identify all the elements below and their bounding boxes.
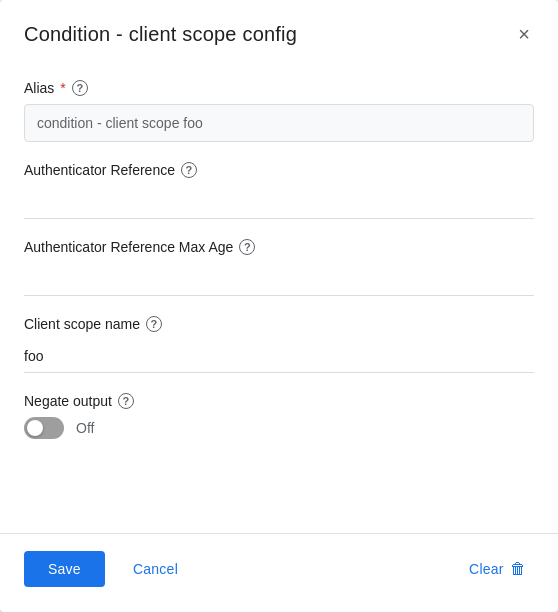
- client-scope-name-help-icon[interactable]: ?: [146, 316, 162, 332]
- modal-header: Condition - client scope config ×: [0, 0, 558, 64]
- modal-title: Condition - client scope config: [24, 23, 297, 46]
- authenticator-reference-max-age-label: Authenticator Reference Max Age ?: [24, 239, 534, 255]
- authenticator-reference-help-icon[interactable]: ?: [181, 162, 197, 178]
- modal-footer: Save Cancel Clear 🗑: [0, 533, 558, 612]
- toggle-slider: [24, 417, 64, 439]
- modal-body: Alias * ? condition - client scope foo A…: [0, 64, 558, 525]
- negate-output-toggle-group: Off: [24, 417, 534, 439]
- alias-group: Alias * ? condition - client scope foo: [24, 80, 534, 142]
- clear-button[interactable]: Clear 🗑: [461, 550, 534, 588]
- close-button[interactable]: ×: [514, 20, 534, 48]
- authenticator-reference-input[interactable]: [24, 186, 534, 219]
- client-scope-name-input[interactable]: [24, 340, 534, 373]
- authenticator-reference-label: Authenticator Reference ?: [24, 162, 534, 178]
- negate-output-help-icon[interactable]: ?: [118, 393, 134, 409]
- negate-output-label-text: Negate output: [24, 393, 112, 409]
- authenticator-reference-label-text: Authenticator Reference: [24, 162, 175, 178]
- authenticator-reference-max-age-input[interactable]: [24, 263, 534, 296]
- alias-label: Alias * ?: [24, 80, 534, 96]
- alias-label-text: Alias: [24, 80, 54, 96]
- alias-value: condition - client scope foo: [24, 104, 534, 142]
- authenticator-reference-max-age-help-icon[interactable]: ?: [239, 239, 255, 255]
- clear-label: Clear: [469, 561, 504, 577]
- client-scope-name-group: Client scope name ?: [24, 316, 534, 373]
- required-indicator: *: [60, 80, 65, 96]
- client-scope-name-label: Client scope name ?: [24, 316, 534, 332]
- authenticator-reference-group: Authenticator Reference ?: [24, 162, 534, 219]
- modal-dialog: Condition - client scope config × Alias …: [0, 0, 558, 612]
- negate-output-toggle-label: Off: [76, 420, 94, 436]
- negate-output-toggle[interactable]: [24, 417, 64, 439]
- alias-help-icon[interactable]: ?: [72, 80, 88, 96]
- cancel-button[interactable]: Cancel: [117, 551, 194, 587]
- negate-output-group: Negate output ? Off: [24, 393, 534, 439]
- client-scope-name-label-text: Client scope name: [24, 316, 140, 332]
- authenticator-reference-max-age-group: Authenticator Reference Max Age ?: [24, 239, 534, 296]
- negate-output-label: Negate output ?: [24, 393, 534, 409]
- authenticator-reference-max-age-label-text: Authenticator Reference Max Age: [24, 239, 233, 255]
- save-button[interactable]: Save: [24, 551, 105, 587]
- trash-icon: 🗑: [510, 560, 526, 578]
